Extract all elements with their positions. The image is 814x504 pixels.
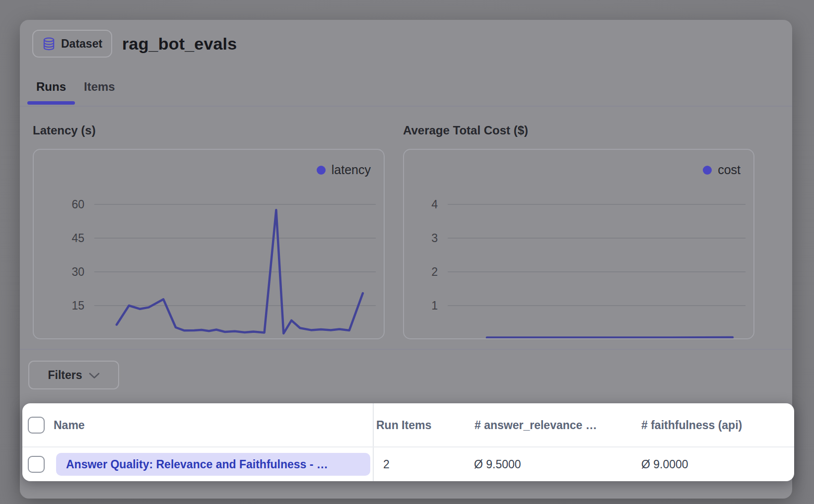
y-tick-label: 60 bbox=[71, 198, 84, 211]
filters-button-label: Filters bbox=[48, 369, 82, 382]
latency-legend-dot bbox=[317, 166, 326, 175]
filters-button[interactable]: Filters bbox=[28, 361, 119, 389]
latency-legend-label: latency bbox=[332, 163, 371, 177]
cost-legend: cost bbox=[703, 163, 741, 177]
latency-chart-title: Latency (s) bbox=[33, 123, 96, 138]
tabs: Runs Items bbox=[27, 72, 124, 101]
y-tick-label: 1 bbox=[431, 299, 438, 312]
cost-chart-title: Average Total Cost ($) bbox=[403, 123, 528, 138]
tab-items[interactable]: Items bbox=[75, 72, 124, 101]
cost-legend-dot bbox=[703, 166, 712, 175]
y-tick-label: 45 bbox=[71, 232, 84, 245]
run-items-value: 2 bbox=[383, 458, 390, 471]
cost-line bbox=[487, 337, 733, 338]
cost-chart: 4321 cost bbox=[403, 149, 754, 339]
y-tick-label: 15 bbox=[71, 299, 84, 312]
y-tick-label: 3 bbox=[431, 232, 438, 245]
cost-legend-label: cost bbox=[718, 163, 741, 177]
latency-legend: latency bbox=[317, 163, 371, 177]
runs-table: Name Run Items # answer_relevance … # fa… bbox=[22, 403, 794, 481]
dataset-header: Dataset rag_bot_evals bbox=[32, 31, 237, 57]
latency-chart: 60453015 latency bbox=[33, 149, 385, 339]
tab-runs-label: Runs bbox=[36, 80, 66, 94]
dataset-badge: Dataset bbox=[32, 30, 112, 58]
screen: Dataset rag_bot_evals Runs Items Latency… bbox=[0, 0, 814, 504]
latency-chart-plot: 60453015 bbox=[34, 150, 384, 338]
row-checkbox[interactable] bbox=[28, 456, 45, 473]
filters-divider bbox=[20, 349, 792, 350]
run-name-link[interactable]: Answer Quality: Relevance and Faithfulne… bbox=[56, 453, 370, 476]
column-header-name[interactable]: Name bbox=[54, 418, 85, 432]
y-tick-label: 30 bbox=[71, 265, 84, 278]
tab-runs[interactable]: Runs bbox=[27, 72, 75, 101]
table-header-row: Name Run Items # answer_relevance … # fa… bbox=[22, 403, 794, 446]
column-header-run-items[interactable]: Run Items bbox=[376, 418, 431, 432]
tabs-divider bbox=[20, 106, 792, 107]
tab-items-label: Items bbox=[84, 80, 115, 94]
page-title: rag_bot_evals bbox=[122, 34, 237, 54]
y-tick-label: 4 bbox=[431, 198, 438, 211]
faithfulness-value: Ø 9.0000 bbox=[641, 458, 688, 471]
y-tick-label: 2 bbox=[431, 265, 438, 278]
select-all-checkbox[interactable] bbox=[28, 417, 45, 434]
chevron-down-icon bbox=[89, 369, 100, 382]
dataset-badge-label: Dataset bbox=[61, 37, 102, 51]
table-row: Answer Quality: Relevance and Faithfulne… bbox=[22, 447, 794, 481]
database-icon bbox=[42, 37, 56, 51]
cost-chart-plot: 4321 bbox=[404, 150, 753, 338]
active-tab-indicator bbox=[27, 101, 75, 105]
column-header-faithfulness[interactable]: # faithfulness (api) bbox=[641, 418, 742, 432]
answer-relevance-value: Ø 9.5000 bbox=[474, 458, 521, 471]
column-header-answer-relevance[interactable]: # answer_relevance … bbox=[475, 418, 597, 432]
